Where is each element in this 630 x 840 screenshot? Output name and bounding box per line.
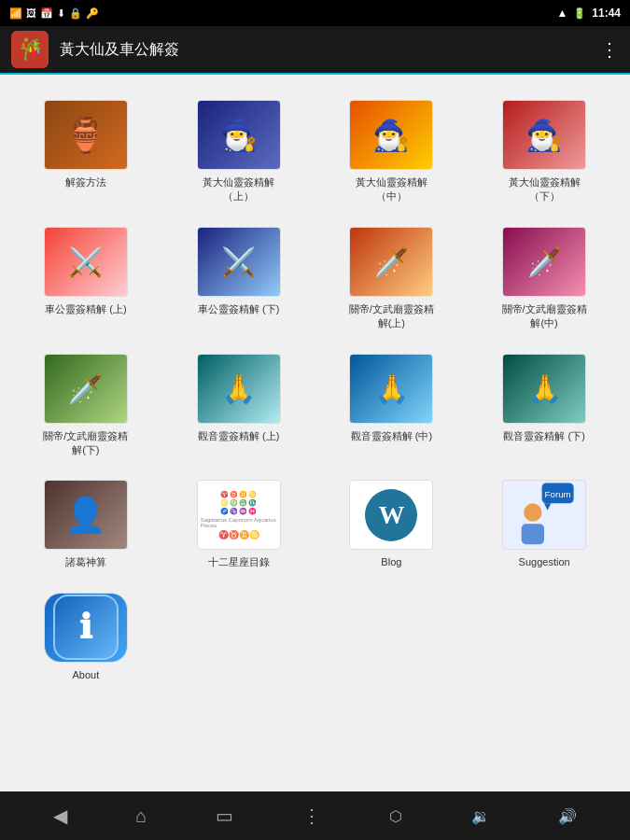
guandi1-label: 關帝/文武廟靈簽精解(上) xyxy=(344,302,438,331)
guanyin1-label: 觀音靈簽精解 (上) xyxy=(198,429,279,443)
list-item[interactable]: 🏺 解簽方法 xyxy=(9,89,162,216)
list-item[interactable]: 🧙‍♂️ 黃大仙靈簽精解（中） xyxy=(315,89,469,216)
svg-marker-2 xyxy=(544,504,551,511)
lock-icon: 🔒 xyxy=(69,7,82,20)
volume-down-button[interactable]: 🔉 xyxy=(471,807,490,825)
volume-up-button[interactable]: 🔊 xyxy=(558,807,577,825)
wifi-icon: 📶 xyxy=(9,7,22,20)
blog-image: W xyxy=(349,480,433,550)
home-button[interactable]: ⌂ xyxy=(135,805,147,827)
chegong2-label: 車公靈簽精解 (下) xyxy=(198,302,279,316)
wifi-signal-icon: ▲ xyxy=(556,7,567,20)
suggestion-label: Suggestion xyxy=(519,555,570,569)
calendar-notif-icon: 📅 xyxy=(40,7,53,20)
wong2-label: 黃大仙靈簽精解（中） xyxy=(344,175,438,204)
recents-button[interactable]: ▭ xyxy=(216,805,233,827)
list-item[interactable]: ℹ About xyxy=(9,581,162,693)
image-notif-icon: 🖼 xyxy=(26,7,36,19)
jiequan-label: 解簽方法 xyxy=(65,175,106,189)
guandi1-image: 🗡️ xyxy=(349,227,433,297)
back-button[interactable]: ◀ xyxy=(53,805,67,827)
app-title: 黃大仙及車公解簽 xyxy=(60,40,589,60)
about-image: ℹ xyxy=(44,593,128,663)
guanyin1-image: 🙏 xyxy=(197,354,281,424)
list-item[interactable]: 🧙‍♂️ 黃大仙靈簽精解（上） xyxy=(162,89,315,216)
list-item[interactable]: W Blog xyxy=(315,469,469,581)
camera-button[interactable]: ⬡ xyxy=(389,807,402,825)
guanyin3-image: 🙏 xyxy=(502,354,586,424)
list-item[interactable]: ⚔️ 車公靈簽精解 (上) xyxy=(9,216,162,343)
guanyin2-image: 🙏 xyxy=(349,354,433,424)
list-item[interactable]: 🗡️ 關帝/文武廟靈簽精解(中) xyxy=(468,216,621,343)
list-item[interactable]: Forum Suggestion xyxy=(468,469,621,581)
list-item[interactable]: 🗡️ 關帝/文武廟靈簽精解(上) xyxy=(315,216,469,343)
wong3-label: 黃大仙靈簽精解（下） xyxy=(497,175,591,204)
guanyin3-label: 觀音靈簽精解 (下) xyxy=(503,429,584,443)
wong1-image: 🧙‍♂️ xyxy=(197,100,281,170)
chegong2-image: ⚔️ xyxy=(197,227,281,297)
time-display: 11:44 xyxy=(592,7,621,20)
wong1-label: 黃大仙靈簽精解（上） xyxy=(192,175,286,204)
list-item[interactable]: 🧙‍♂️ 黃大仙靈簽精解（下） xyxy=(468,89,621,216)
list-item[interactable]: 🙏 觀音靈簽精解 (上) xyxy=(162,343,315,469)
zhuge-label: 諸葛神算 xyxy=(65,555,106,569)
guandi2-label: 關帝/文武廟靈簽精解(中) xyxy=(497,302,591,331)
more-button[interactable]: ⋮ xyxy=(302,805,321,827)
list-item[interactable]: 👤 諸葛神算 xyxy=(9,469,162,581)
app-bar: 🎋 黃大仙及車公解簽 ⋮ xyxy=(0,26,630,75)
list-item[interactable]: 🙏 觀音靈簽精解 (中) xyxy=(315,343,469,469)
suggestion-svg: Forum xyxy=(503,481,585,549)
key-icon: 🔑 xyxy=(86,7,99,20)
zodiac-image: ♈♉♊♋ ♌♍♎♏ ♐♑♒♓ Sagittarius Capricorn Aqu… xyxy=(197,480,281,550)
list-item[interactable]: ♈♉♊♋ ♌♍♎♏ ♐♑♒♓ Sagittarius Capricorn Aqu… xyxy=(162,469,315,581)
app-grid: 🏺 解簽方法 🧙‍♂️ 黃大仙靈簽精解（上） 🧙‍♂️ 黃大仙靈簽精解（中） 🧙… xyxy=(5,84,625,698)
guandi2-image: 🗡️ xyxy=(502,227,586,297)
overflow-menu-icon[interactable]: ⋮ xyxy=(600,38,619,61)
zhuge-image: 👤 xyxy=(44,480,128,550)
svg-point-3 xyxy=(524,504,541,522)
status-bar-right: ▲ 🔋 11:44 xyxy=(556,7,621,20)
list-item[interactable]: 🙏 觀音靈簽精解 (下) xyxy=(468,343,621,469)
status-bar-left: 📶 🖼 📅 ⬇ 🔒 🔑 xyxy=(9,7,99,20)
download-icon: ⬇ xyxy=(57,7,65,20)
list-item[interactable]: ⚔️ 車公靈簽精解 (下) xyxy=(162,216,315,343)
list-item[interactable]: 🗡️ 關帝/文武廟靈簽精解(下) xyxy=(9,343,162,469)
chegong1-label: 車公靈簽精解 (上) xyxy=(45,302,126,316)
wong3-image: 🧙‍♂️ xyxy=(502,100,586,170)
guandi3-label: 關帝/文武廟靈簽精解(下) xyxy=(39,429,133,458)
bottom-nav: ◀ ⌂ ▭ ⋮ ⬡ 🔉 🔊 xyxy=(0,791,630,840)
status-bar: 📶 🖼 📅 ⬇ 🔒 🔑 ▲ 🔋 11:44 xyxy=(0,0,630,26)
chegong1-image: ⚔️ xyxy=(44,227,128,297)
about-label: About xyxy=(73,668,100,682)
battery-icon: 🔋 xyxy=(573,7,586,20)
suggestion-image: Forum xyxy=(502,480,586,550)
guandi3-image: 🗡️ xyxy=(44,354,128,424)
jiequan-image: 🏺 xyxy=(44,100,128,170)
app-icon: 🎋 xyxy=(11,31,49,68)
main-content: 🏺 解簽方法 🧙‍♂️ 黃大仙靈簽精解（上） 🧙‍♂️ 黃大仙靈簽精解（中） 🧙… xyxy=(0,75,630,791)
guanyin2-label: 觀音靈簽精解 (中) xyxy=(351,429,432,443)
blog-label: Blog xyxy=(381,555,401,569)
svg-text:Forum: Forum xyxy=(545,490,571,500)
wong2-image: 🧙‍♂️ xyxy=(349,100,433,170)
zodiac-label: 十二星座目錄 xyxy=(208,555,270,569)
svg-rect-4 xyxy=(522,525,544,545)
